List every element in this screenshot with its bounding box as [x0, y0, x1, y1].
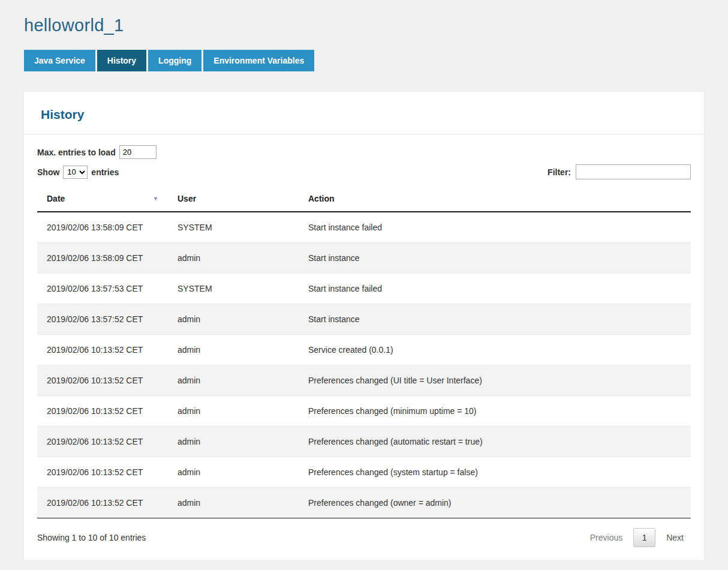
cell-action: Preferences changed (owner = admin) [299, 488, 691, 518]
cell-action: Service created (0.0.1) [299, 335, 691, 365]
cell-action: Preferences changed (UI title = User Int… [299, 365, 691, 396]
cell-date: 2019/02/06 13:57:53 CET [37, 274, 168, 304]
table-row: 2019/02/06 13:57:52 CET admin Start inst… [37, 304, 691, 335]
entries-summary: Showing 1 to 10 of 10 entries [37, 533, 146, 542]
page-length-control: Show 10 entries [37, 166, 119, 179]
cell-user: admin [168, 396, 299, 427]
sort-desc-icon[interactable]: ▼ [153, 196, 158, 202]
cell-user: admin [168, 427, 299, 457]
table-controls: Show 10 entries Filter: [37, 164, 691, 179]
tab-environment-variables[interactable]: Environment Variables [203, 50, 314, 71]
cell-action: Preferences changed (minimum uptime = 10… [299, 396, 691, 427]
cell-user: admin [168, 304, 299, 335]
max-entries-row: Max. entries to load [37, 145, 691, 159]
table-row: 2019/02/06 10:13:52 CET admin Preference… [37, 365, 691, 396]
max-entries-label: Max. entries to load [37, 148, 116, 157]
cell-date: 2019/02/06 10:13:52 CET [37, 488, 168, 518]
cell-user: admin [168, 457, 299, 488]
cell-user: admin [168, 243, 299, 274]
table-row: 2019/02/06 10:13:52 CET admin Preference… [37, 457, 691, 488]
page-1-button[interactable]: 1 [633, 528, 655, 547]
panel-heading: History [41, 107, 687, 122]
cell-user: admin [168, 488, 299, 518]
tab-java-service[interactable]: Java Service [24, 50, 95, 71]
column-header-date[interactable]: Date ▼ [37, 188, 168, 212]
cell-action: Start instance failed [299, 212, 691, 243]
max-entries-input[interactable] [119, 145, 157, 159]
table-row: 2019/02/06 10:13:52 CET admin Service cr… [37, 335, 691, 365]
table-row: 2019/02/06 13:57:53 CET SYSTEM Start ins… [37, 274, 691, 304]
table-row: 2019/02/06 10:13:52 CET admin Preference… [37, 427, 691, 457]
column-header-action[interactable]: Action [299, 188, 691, 212]
cell-date: 2019/02/06 10:13:52 CET [37, 396, 168, 427]
history-panel: History Max. entries to load Show 10 ent… [24, 92, 704, 560]
cell-date: 2019/02/06 10:13:52 CET [37, 365, 168, 396]
next-button[interactable]: Next [659, 529, 691, 547]
table-row: 2019/02/06 10:13:52 CET admin Preference… [37, 396, 691, 427]
history-table: Date ▼ User Action 2019/02/06 13:58:09 C… [37, 188, 691, 518]
show-label: Show [37, 167, 59, 177]
history-table-header: Date ▼ User Action [37, 188, 691, 212]
cell-date: 2019/02/06 10:13:52 CET [37, 457, 168, 488]
column-header-user[interactable]: User [168, 188, 299, 212]
cell-action: Preferences changed (automatic restart =… [299, 427, 691, 457]
cell-action: Start instance [299, 304, 691, 335]
panel-body: Max. entries to load Show 10 entries Fil… [24, 134, 704, 560]
cell-user: admin [168, 335, 299, 365]
table-row: 2019/02/06 13:58:09 CET SYSTEM Start ins… [37, 212, 691, 243]
previous-button[interactable]: Previous [583, 529, 630, 547]
filter-label: Filter: [547, 167, 571, 177]
cell-user: SYSTEM [168, 274, 299, 304]
entries-label: entries [91, 167, 119, 177]
cell-date: 2019/02/06 13:58:09 CET [37, 243, 168, 274]
cell-date: 2019/02/06 13:57:52 CET [37, 304, 168, 335]
cell-date: 2019/02/06 13:58:09 CET [37, 212, 168, 243]
page-length-select[interactable]: 10 [63, 166, 88, 179]
cell-date: 2019/02/06 10:13:52 CET [37, 427, 168, 457]
table-footer: Showing 1 to 10 of 10 entries Previous 1… [37, 518, 691, 547]
page-title: helloworld_1 [24, 16, 704, 35]
table-row: 2019/02/06 13:58:09 CET admin Start inst… [37, 243, 691, 274]
tab-logging[interactable]: Logging [148, 50, 201, 71]
cell-action: Start instance failed [299, 274, 691, 304]
filter-control: Filter: [547, 164, 691, 179]
panel-header: History [24, 92, 704, 134]
cell-user: SYSTEM [168, 212, 299, 243]
table-row: 2019/02/06 10:13:52 CET admin Preference… [37, 488, 691, 518]
history-table-body: 2019/02/06 13:58:09 CET SYSTEM Start ins… [37, 212, 691, 518]
cell-action: Preferences changed (system startup = fa… [299, 457, 691, 488]
tab-history[interactable]: History [97, 50, 146, 71]
cell-date: 2019/02/06 10:13:52 CET [37, 335, 168, 365]
page: helloworld_1 Java Service History Loggin… [0, 0, 728, 560]
filter-input[interactable] [576, 164, 691, 179]
cell-user: admin [168, 365, 299, 396]
tab-bar: Java Service History Logging Environment… [24, 50, 704, 71]
cell-action: Start instance [299, 243, 691, 274]
pagination: Previous 1 Next [583, 528, 691, 547]
